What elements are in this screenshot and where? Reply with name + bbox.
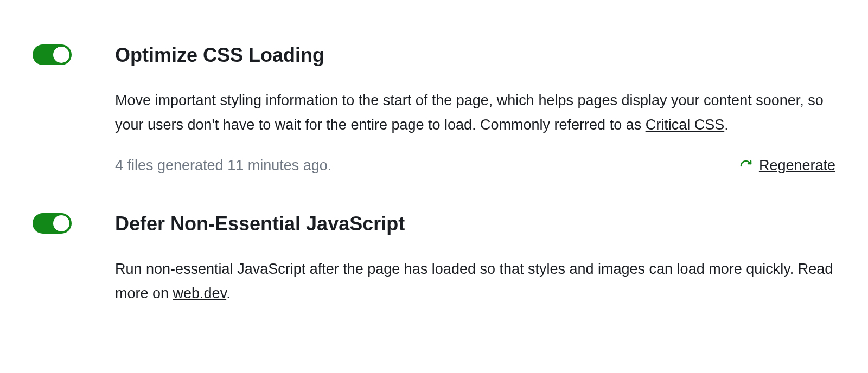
regenerate-label: Regenerate	[759, 157, 835, 174]
refresh-icon	[739, 159, 752, 172]
critical-css-link[interactable]: Critical CSS	[646, 117, 725, 133]
webdev-link[interactable]: web.dev	[173, 285, 227, 301]
regenerate-button[interactable]: Regenerate	[739, 157, 835, 174]
setting-optimize-css: Optimize CSS Loading Move important styl…	[33, 43, 835, 174]
setting-defer-js: Defer Non-Essential JavaScript Run non-e…	[33, 212, 835, 326]
setting-body: Defer Non-Essential JavaScript Run non-e…	[115, 212, 835, 326]
setting-title: Optimize CSS Loading	[115, 43, 835, 67]
toggle-optimize-css[interactable]	[33, 44, 72, 65]
desc-text-after: .	[724, 117, 729, 133]
setting-description: Run non-essential JavaScript after the p…	[115, 257, 835, 305]
toggle-knob	[53, 47, 69, 63]
setting-title: Defer Non-Essential JavaScript	[115, 212, 835, 235]
desc-text-after: .	[226, 285, 231, 301]
setting-description: Move important styling information to th…	[115, 88, 835, 137]
toggle-defer-js[interactable]	[33, 213, 72, 234]
toggle-knob	[53, 215, 69, 231]
setting-footer: 4 files generated 11 minutes ago. Regene…	[115, 157, 835, 174]
status-text: 4 files generated 11 minutes ago.	[115, 157, 331, 174]
setting-body: Optimize CSS Loading Move important styl…	[115, 43, 835, 174]
